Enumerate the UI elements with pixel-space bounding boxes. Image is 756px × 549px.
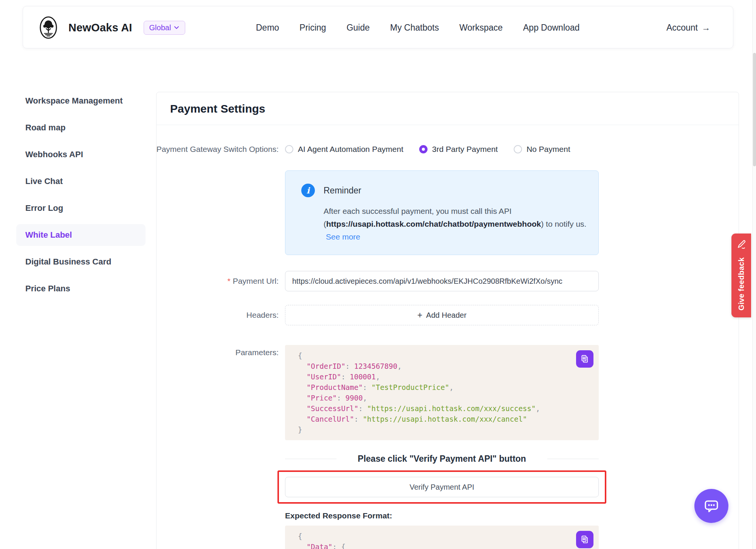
brand-home-link[interactable]: NewOaks AI Global [37,6,185,49]
payment-url-label: Payment Url: [233,277,279,286]
parameters-json: { "OrderID": 1234567890, "UserID": 10000… [298,350,586,435]
gateway-radio-group: AI Agent Automation Payment 3rd Party Pa… [285,142,599,157]
nav-item-guide[interactable]: Guide [347,23,370,33]
sidebar-item-error-log[interactable]: Error Log [16,197,146,219]
parameters-row: Parameters: { "OrderID": 1234567890, "Us… [156,345,739,440]
arrow-right-icon: → [702,23,710,33]
nav-item-pricing[interactable]: Pricing [299,23,326,33]
nav-item-demo[interactable]: Demo [256,23,279,33]
chat-widget-button[interactable] [694,489,728,523]
add-header-button[interactable]: + Add Header [285,305,599,325]
plus-icon: + [417,311,422,320]
settings-sidebar: Workspace Management Road map Webhooks A… [16,90,146,300]
payment-url-input[interactable] [285,271,599,291]
scrollbar[interactable] [752,0,756,549]
reminder-alert: i Reminder After each successful payment… [285,170,599,255]
required-asterisk: * [227,277,230,286]
verify-hint-divider: Please click "Verify Payment API" button [285,453,599,464]
sidebar-item-webhooks-api[interactable]: Webhooks API [16,144,146,165]
scrollbar-thumb[interactable] [753,53,756,166]
sidebar-item-white-label[interactable]: White Label [16,224,146,246]
payment-url-row: * Payment Url: [156,271,739,291]
radio-no-payment[interactable]: No Payment [514,145,570,154]
red-annotation-box: Verify Payment API [277,470,606,504]
radio-circle-icon[interactable] [514,145,522,153]
headers-row: Headers: + Add Header [156,305,739,325]
nav-item-app-download[interactable]: App Download [523,23,580,33]
parameters-code-block: { "OrderID": 1234567890, "UserID": 10000… [285,345,599,440]
gateway-switch-label: Payment Gateway Switch Options: [156,142,285,157]
sidebar-item-live-chat[interactable]: Live Chat [16,170,146,192]
chat-bubble-icon [703,497,720,515]
give-feedback-label: Give feedback [737,257,746,311]
panel-header: Payment Settings [156,92,739,125]
nav-item-workspace[interactable]: Workspace [459,23,503,33]
parameters-label: Parameters: [156,345,285,440]
pencil-icon [736,239,747,249]
headers-label: Headers: [156,305,285,325]
account-label: Account [666,23,698,33]
nav-item-my-chatbots[interactable]: My Chatbots [390,23,439,33]
gateway-switch-row: Payment Gateway Switch Options: AI Agent… [156,142,739,157]
copy-icon[interactable] [576,350,593,368]
see-more-link[interactable]: See more [326,232,360,241]
expected-response-label: Expected Response Format: [285,511,392,520]
region-selector[interactable]: Global [144,21,186,35]
sidebar-item-digital-business-card[interactable]: Digital Business Card [16,251,146,273]
sidebar-item-price-plans[interactable]: Price Plans [16,278,146,300]
page-title: Payment Settings [170,102,725,115]
radio-3rd-party-payment[interactable]: 3rd Party Payment [419,145,498,154]
region-label: Global [149,23,171,32]
response-json: { "Data": { "URL": "https://checkout.str… [298,531,586,549]
divider-line [547,459,599,459]
verify-payment-api-button[interactable]: Verify Payment API [285,477,599,497]
top-navbar: NewOaks AI Global Demo Pricing Guide My … [23,6,733,48]
brand-name: NewOaks AI [68,22,132,34]
account-link[interactable]: Account → [666,6,710,49]
reminder-title: Reminder [324,186,361,196]
payment-settings-panel: Payment Settings Payment Gateway Switch … [156,92,739,549]
newoaks-tree-logo-icon [37,15,60,40]
give-feedback-tab[interactable]: Give feedback [731,234,751,317]
divider-line [285,459,336,459]
sidebar-item-road-map[interactable]: Road map [16,117,146,139]
chevron-down-icon [174,25,180,31]
response-code-block: { "Data": { "URL": "https://checkout.str… [285,526,599,549]
reminder-body: After each successful payment, you must … [324,205,588,243]
radio-circle-icon[interactable] [285,145,293,153]
radio-ai-agent-automation-payment[interactable]: AI Agent Automation Payment [285,145,403,154]
verify-hint-text: Please click "Verify Payment API" button [358,454,526,464]
radio-selected-icon[interactable] [419,145,428,153]
main-nav: Demo Pricing Guide My Chatbots Workspace… [256,6,579,49]
webhook-api-url: https://usapi.hottask.com/chat/chatbot/p… [326,220,541,228]
info-icon: i [301,184,315,197]
sidebar-item-workspace-management[interactable]: Workspace Management [16,90,146,112]
copy-icon[interactable] [576,531,593,548]
